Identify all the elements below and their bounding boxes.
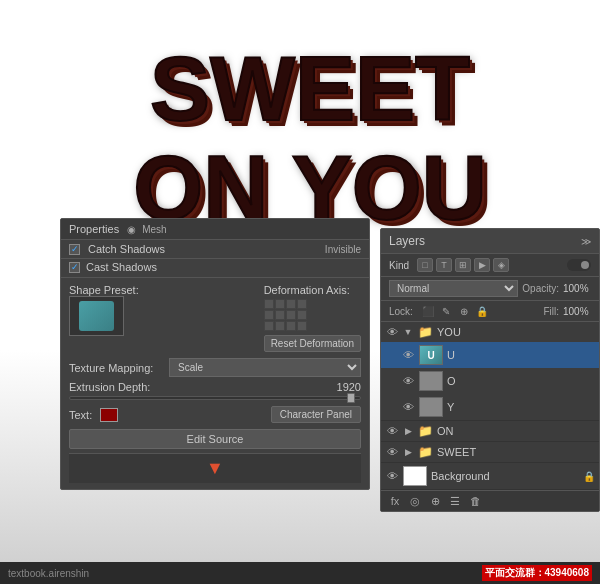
filter-smart-icon[interactable]: ▶ (474, 258, 490, 272)
reset-deformation-button[interactable]: Reset Deformation (264, 335, 361, 352)
layer-name-o: O (447, 375, 595, 387)
edit-source-button[interactable]: Edit Source (69, 429, 361, 449)
folder-icon-you: 📁 (417, 325, 433, 339)
layers-title: Layers (389, 234, 425, 248)
properties-footer: ▼ (69, 453, 361, 483)
layer-row-y[interactable]: 👁 Y (381, 394, 599, 420)
deform-cell[interactable] (297, 299, 307, 309)
cast-shadows-row: ✓ Cast Shadows (61, 259, 369, 278)
watermark: 平面交流群：43940608 (482, 565, 593, 581)
cast-shadows-checkbox[interactable]: ✓ (69, 262, 80, 273)
layers-panel: Layers ≫ Kind □ T ⊞ ▶ ◈ Normal Opacity: … (380, 228, 600, 512)
extrusion-slider-thumb[interactable] (347, 393, 355, 403)
lock-all-icon[interactable]: 🔒 (475, 304, 489, 318)
expand-you[interactable]: ▼ (403, 327, 413, 337)
extrusion-slider-track[interactable] (69, 396, 361, 400)
shape-preset-label: Shape Preset: (69, 284, 149, 296)
fx-icon[interactable]: fx (387, 494, 403, 508)
character-panel-button[interactable]: Character Panel (271, 406, 361, 423)
text-color-box[interactable] (100, 408, 118, 422)
deform-cell[interactable] (286, 321, 296, 331)
catch-shadows-checkbox[interactable]: ✓ (69, 244, 80, 255)
layers-lock-row: Lock: ⬛ ✎ ⊕ 🔒 Fill: 100% (381, 301, 599, 322)
deformation-axis-section: Deformation Axis: Reset Deformation (264, 284, 361, 352)
fill-value: 100% (563, 306, 591, 317)
extrusion-depth-label: Extrusion Depth: (69, 381, 169, 393)
layer-group-you: 👁 ▼ 📁 YOU 👁 U U 👁 O 👁 Y (381, 322, 599, 421)
properties-title: Properties (69, 223, 119, 235)
eye-icon-background[interactable]: 👁 (385, 469, 399, 483)
lock-artboard-icon[interactable]: ⊕ (457, 304, 471, 318)
deform-cell[interactable] (297, 321, 307, 331)
texture-mapping-select[interactable]: Scale (169, 358, 361, 377)
deform-cell[interactable] (264, 321, 274, 331)
eye-icon-sweet[interactable]: 👁 (385, 445, 399, 459)
eye-icon-on[interactable]: 👁 (385, 424, 399, 438)
deform-cell[interactable] (275, 299, 285, 309)
arrow-down-icon: ▼ (206, 458, 224, 479)
eye-icon-you[interactable]: 👁 (385, 325, 399, 339)
new-layer-icon[interactable]: ☰ (447, 494, 463, 508)
layers-filter-row: Kind □ T ⊞ ▶ ◈ (381, 254, 599, 277)
layer-row-o[interactable]: 👁 O (381, 368, 599, 394)
properties-panel: Properties ◉ Mesh ✓ Catch Shadows Invisi… (60, 218, 370, 490)
layer-row-u[interactable]: 👁 U U (381, 342, 599, 368)
extrusion-slider-row (69, 396, 361, 400)
fill-label: Fill: (543, 306, 559, 317)
deformation-axis-label: Deformation Axis: (264, 284, 361, 296)
canvas-text: SWEET ON YOU (20, 40, 600, 238)
lock-label: Lock: (389, 306, 413, 317)
layer-group-on: 👁 ▶ 📁 ON (381, 421, 599, 442)
layers-list: 👁 ▼ 📁 YOU 👁 U U 👁 O 👁 Y (381, 322, 599, 490)
lock-pixels-icon[interactable]: ⬛ (421, 304, 435, 318)
eye-icon-o[interactable]: 👁 (401, 374, 415, 388)
extrusion-depth-value: 1920 (321, 381, 361, 393)
filter-pixel-icon[interactable]: □ (417, 258, 433, 272)
layers-header: Layers ≫ (381, 229, 599, 254)
text-label: Text: (69, 409, 92, 421)
texture-mapping-row: Texture Mapping: Scale (69, 358, 361, 377)
expand-on[interactable]: ▶ (403, 426, 413, 436)
adjustment-layer-icon[interactable]: ◎ (407, 494, 423, 508)
mesh-label[interactable]: Mesh (142, 224, 166, 235)
blend-mode-select[interactable]: Normal (389, 280, 518, 297)
layer-row-on[interactable]: 👁 ▶ 📁 ON (381, 421, 599, 441)
group-icon[interactable]: ⊕ (427, 494, 443, 508)
deform-cell[interactable] (264, 310, 274, 320)
catch-shadows-label: Catch Shadows (88, 243, 165, 255)
properties-icons: ◉ Mesh (127, 224, 166, 235)
deform-cell[interactable] (297, 310, 307, 320)
layer-name-you: YOU (437, 326, 595, 338)
expand-sweet[interactable]: ▶ (403, 447, 413, 457)
layers-collapse-icon[interactable]: ≫ (581, 236, 591, 247)
extrusion-depth-row: Extrusion Depth: 1920 (69, 381, 361, 393)
layer-thumb-o (419, 371, 443, 391)
deform-grid (264, 299, 361, 331)
delete-layer-icon[interactable]: 🗑 (467, 494, 483, 508)
invisible-label: Invisible (325, 244, 361, 255)
lock-position-icon[interactable]: ✎ (439, 304, 453, 318)
deform-cell[interactable] (275, 321, 285, 331)
deform-cell[interactable] (286, 299, 296, 309)
mesh-icon[interactable]: ◉ (127, 224, 136, 235)
layer-row-background[interactable]: 👁 Background 🔒 (381, 463, 599, 489)
layer-thumb-u: U (419, 345, 443, 365)
shape-preset-left: Shape Preset: (69, 284, 149, 336)
layer-row-you[interactable]: 👁 ▼ 📁 YOU (381, 322, 599, 342)
filter-toggle[interactable] (567, 259, 591, 271)
layer-row-sweet[interactable]: 👁 ▶ 📁 SWEET (381, 442, 599, 462)
filter-text-icon[interactable]: T (436, 258, 452, 272)
eye-icon-u[interactable]: 👁 (401, 348, 415, 362)
layer-name-sweet: SWEET (437, 446, 595, 458)
filter-other-icon[interactable]: ◈ (493, 258, 509, 272)
deform-cell[interactable] (286, 310, 296, 320)
shape-preset-box[interactable] (69, 296, 124, 336)
opacity-value: 100% (563, 283, 591, 294)
eye-icon-y[interactable]: 👁 (401, 400, 415, 414)
layer-group-background: 👁 Background 🔒 (381, 463, 599, 490)
texture-mapping-label: Texture Mapping: (69, 362, 169, 374)
deform-cell[interactable] (275, 310, 285, 320)
filter-adjustment-icon[interactable]: ⊞ (455, 258, 471, 272)
deform-cell[interactable] (264, 299, 274, 309)
kind-label: Kind (389, 260, 409, 271)
